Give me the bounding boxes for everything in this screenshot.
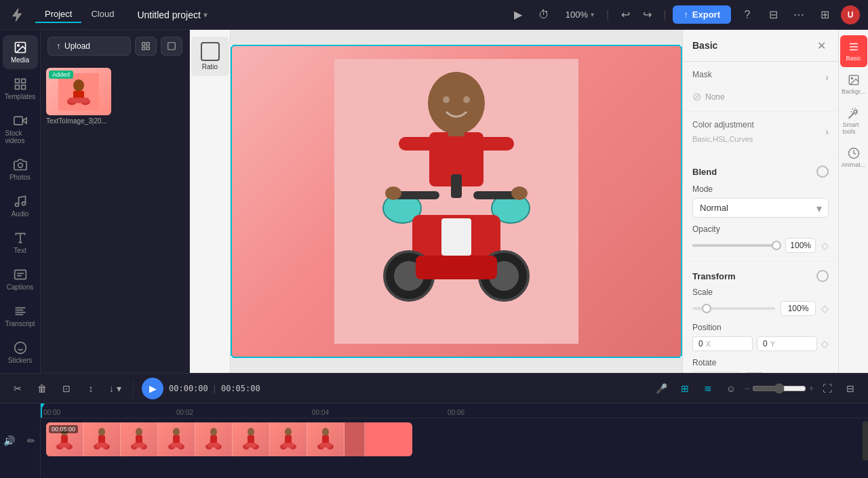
- volume-button[interactable]: 🔊: [0, 431, 18, 450]
- sidebar-item-templates[interactable]: Templates: [3, 72, 38, 106]
- tab-project[interactable]: Project: [35, 6, 81, 23]
- opacity-slider-thumb[interactable]: [772, 241, 781, 250]
- far-right-smart-label: Smart tools: [843, 121, 865, 135]
- track-frame: [307, 422, 344, 456]
- cut-tool-button[interactable]: ✂: [8, 379, 27, 398]
- added-badge: Added: [49, 71, 73, 79]
- opacity-slider-fill: [692, 244, 780, 247]
- sidebar-item-transcript[interactable]: Transcript: [3, 299, 38, 333]
- zoom-control[interactable]: 100% ▾: [560, 7, 599, 22]
- sidebar-item-text[interactable]: Text: [3, 226, 38, 260]
- video-track[interactable]: 00:05:00: [46, 422, 412, 456]
- app-logo: [8, 5, 27, 24]
- mode-select-wrapper[interactable]: Normal Multiply Screen Overlay: [692, 198, 829, 218]
- project-name[interactable]: Untitled project ▾: [137, 9, 207, 20]
- scale-container: Scale 100% ◇: [692, 287, 829, 316]
- timeline-scrollbar-thumb[interactable]: [863, 421, 868, 460]
- divider: [133, 380, 134, 397]
- animate-icon: [848, 147, 860, 159]
- sidebar-item-media-label: Media: [11, 56, 29, 64]
- scale-reset-button[interactable]: ◇: [821, 303, 829, 314]
- opacity-reset-button[interactable]: ◇: [821, 240, 829, 251]
- list-item[interactable]: Added TextToImage_3|20...: [46, 68, 113, 125]
- canvas-area[interactable]: ‹: [231, 30, 682, 373]
- position-y-field[interactable]: 0 Y: [757, 336, 817, 351]
- play-button[interactable]: ▶: [142, 378, 163, 399]
- svg-rect-74: [96, 443, 107, 447]
- svg-rect-91: [248, 435, 254, 443]
- track-video-button[interactable]: ⊞: [675, 379, 694, 398]
- split-view-button[interactable]: ⊟: [841, 379, 860, 398]
- undo-button[interactable]: ↩: [616, 5, 635, 24]
- svg-rect-4: [15, 85, 19, 89]
- download-tool-button[interactable]: ↓ ▾: [106, 379, 125, 398]
- far-right-item-animate[interactable]: Animat...: [840, 142, 867, 174]
- position-x-field[interactable]: 0 X: [692, 336, 753, 351]
- svg-rect-43: [448, 128, 465, 136]
- far-right-item-basic[interactable]: Basic: [840, 35, 867, 67]
- media-thumbnail[interactable]: Added: [46, 68, 111, 115]
- ratio-item[interactable]: Ratio: [191, 37, 229, 76]
- svg-rect-28: [146, 47, 149, 49]
- grid-view-button[interactable]: [135, 37, 157, 56]
- help-button[interactable]: ?: [738, 5, 757, 24]
- svg-point-38: [443, 96, 450, 103]
- delete-tool-button[interactable]: 🗑: [33, 379, 52, 398]
- timeline-content: 🔊 ✏ 00:00 00:02 00:04 00:06 00:05:00: [0, 403, 868, 478]
- track-audio-button[interactable]: ≋: [698, 379, 717, 398]
- flip-tool-button[interactable]: ↕: [81, 379, 100, 398]
- svg-rect-76: [136, 435, 142, 443]
- color-adj-subtitle: Basic,HSL,Curves: [692, 135, 754, 143]
- sidebar-item-photos[interactable]: Photos: [3, 153, 38, 186]
- sidebar-item-stock[interactable]: Stock videos: [3, 108, 38, 150]
- tab-cloud[interactable]: Cloud: [81, 6, 123, 23]
- far-right-item-background[interactable]: Backgr...: [840, 68, 867, 100]
- mode-select[interactable]: Normal Multiply Screen Overlay: [692, 198, 829, 218]
- blend-toggle-button[interactable]: [816, 165, 829, 178]
- sidebar-item-stickers[interactable]: Stickers: [3, 336, 38, 370]
- frame-figure: [166, 426, 186, 452]
- sidebar-item-media[interactable]: Media: [3, 35, 38, 69]
- right-panel-close-button[interactable]: ✕: [814, 38, 829, 53]
- playhead[interactable]: [41, 403, 42, 418]
- transform-section: Transform Scale 100% ◇ Position 0: [683, 262, 838, 373]
- transform-toggle-button[interactable]: [816, 270, 829, 282]
- timeline-zoom-slider[interactable]: [752, 383, 806, 394]
- crop-tool-button[interactable]: ⊡: [57, 379, 76, 398]
- timeline-right-tools: 🎤 ⊞ ≋ ☺ − + ⛶ ⊟: [652, 379, 860, 398]
- list-view-button[interactable]: [161, 37, 182, 56]
- color-adj-nav-arrow[interactable]: ›: [825, 126, 829, 137]
- fullscreen-button[interactable]: ⛶: [818, 379, 837, 398]
- mask-nav-arrow[interactable]: ›: [825, 72, 829, 83]
- far-right-item-smart-tools[interactable]: Smart tools: [840, 102, 867, 140]
- svg-point-62: [851, 77, 852, 79]
- redo-button[interactable]: ↪: [637, 5, 656, 24]
- scale-slider[interactable]: [692, 307, 775, 310]
- track-frame: [195, 422, 233, 456]
- sidebar-item-audio[interactable]: Audio: [3, 189, 38, 223]
- timer-button[interactable]: ⏱: [534, 5, 553, 24]
- canvas-image[interactable]: [231, 45, 682, 358]
- layout-button[interactable]: ⊞: [815, 5, 834, 24]
- opacity-slider[interactable]: [692, 244, 780, 247]
- position-reset-button[interactable]: ◇: [821, 338, 829, 349]
- svg-rect-3: [21, 79, 25, 83]
- share-button[interactable]: ⊟: [764, 5, 783, 24]
- timeline-tracks: 00:05:00: [41, 418, 868, 460]
- mask-title: Mask: [692, 70, 712, 79]
- microphone-button[interactable]: 🎤: [652, 379, 671, 398]
- color-adj-content: Color adjustment Basic,HSL,Curves: [692, 120, 754, 143]
- export-button[interactable]: ↑ Export: [673, 5, 731, 24]
- sidebar-item-captions[interactable]: Captions: [3, 262, 38, 296]
- emoji-button[interactable]: ☺: [722, 379, 741, 398]
- color-adjustment-section[interactable]: Color adjustment Basic,HSL,Curves ›: [683, 112, 838, 157]
- upload-button[interactable]: ↑ Upload: [47, 37, 131, 56]
- scale-slider-thumb[interactable]: [702, 304, 711, 313]
- avatar[interactable]: U: [841, 5, 860, 24]
- frame-figure: [278, 426, 298, 452]
- play-preview-button[interactable]: ▶: [509, 5, 528, 24]
- svg-point-56: [385, 186, 401, 200]
- pen-button[interactable]: ✏: [22, 431, 41, 450]
- svg-point-95: [285, 428, 292, 436]
- more-button[interactable]: ⋯: [789, 5, 808, 24]
